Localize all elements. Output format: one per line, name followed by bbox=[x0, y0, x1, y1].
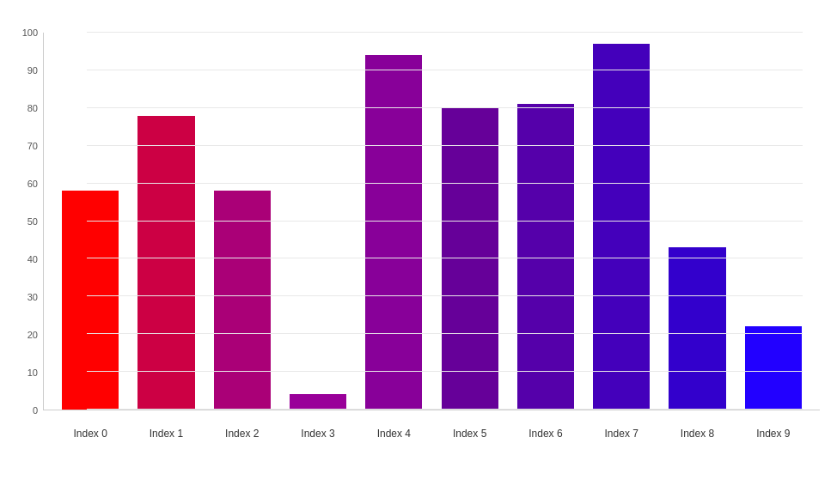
bar-3: Index 3 bbox=[290, 394, 346, 410]
y-gridline bbox=[87, 32, 803, 33]
bar-1: Index 1 bbox=[137, 116, 194, 410]
y-tick-70: 70 bbox=[0, 141, 38, 151]
bar-label-0: Index 0 bbox=[73, 428, 107, 440]
chart-area: Index 0Index 1Index 2Index 3Index 4Index… bbox=[43, 33, 820, 410]
bar-group-0: Index 0 bbox=[52, 33, 128, 410]
bar-label-2: Index 2 bbox=[225, 428, 259, 440]
bar-group-2: Index 2 bbox=[205, 33, 280, 410]
y-gridline bbox=[87, 333, 803, 334]
bar-label-8: Index 8 bbox=[681, 428, 714, 440]
y-gridline bbox=[87, 409, 803, 410]
bar-group-4: Index 4 bbox=[356, 33, 431, 410]
bar-label-6: Index 6 bbox=[528, 428, 562, 440]
y-tick-0: 0 bbox=[0, 405, 38, 416]
bar-label-4: Index 4 bbox=[377, 428, 411, 440]
y-gridline bbox=[87, 145, 803, 146]
bar-5: Index 5 bbox=[442, 108, 498, 410]
bar-label-1: Index 1 bbox=[150, 428, 183, 440]
bars-wrapper: Index 0Index 1Index 2Index 3Index 4Index… bbox=[44, 33, 820, 410]
bar-4: Index 4 bbox=[365, 55, 422, 410]
bar-label-5: Index 5 bbox=[453, 428, 486, 440]
bar-7: Index 7 bbox=[593, 44, 650, 410]
y-gridline bbox=[87, 221, 803, 222]
y-tick-40: 40 bbox=[0, 254, 38, 264]
y-tick-80: 80 bbox=[0, 103, 38, 113]
y-gridline bbox=[87, 70, 803, 70]
y-tick-90: 90 bbox=[0, 65, 38, 76]
y-tick-50: 50 bbox=[0, 216, 38, 227]
y-gridline bbox=[87, 258, 803, 258]
y-tick-30: 30 bbox=[0, 292, 38, 302]
bar-2: Index 2 bbox=[214, 191, 271, 410]
page-title bbox=[0, 0, 837, 24]
y-gridline bbox=[87, 183, 803, 184]
bar-6: Index 6 bbox=[517, 104, 574, 410]
chart-container: Index 0Index 1Index 2Index 3Index 4Index… bbox=[0, 24, 837, 462]
y-tick-20: 20 bbox=[0, 330, 38, 340]
y-tick-60: 60 bbox=[0, 179, 38, 189]
y-tick-10: 10 bbox=[0, 367, 38, 378]
bar-9: Index 9 bbox=[745, 326, 802, 410]
bar-group-5: Index 5 bbox=[431, 33, 507, 410]
bar-group-7: Index 7 bbox=[583, 33, 659, 410]
bar-group-9: Index 9 bbox=[736, 33, 811, 410]
y-tick-100: 100 bbox=[0, 27, 38, 38]
bar-label-7: Index 7 bbox=[605, 428, 638, 440]
y-gridline bbox=[87, 371, 803, 372]
y-gridline bbox=[87, 107, 803, 108]
bar-8: Index 8 bbox=[669, 247, 725, 410]
bar-label-9: Index 9 bbox=[756, 428, 790, 440]
bar-group-3: Index 3 bbox=[280, 33, 356, 410]
bar-0: Index 0 bbox=[62, 191, 119, 410]
bar-group-6: Index 6 bbox=[508, 33, 583, 410]
y-gridline bbox=[87, 295, 803, 296]
bar-label-3: Index 3 bbox=[301, 428, 334, 440]
bar-group-8: Index 8 bbox=[659, 33, 735, 410]
bar-group-1: Index 1 bbox=[128, 33, 204, 410]
